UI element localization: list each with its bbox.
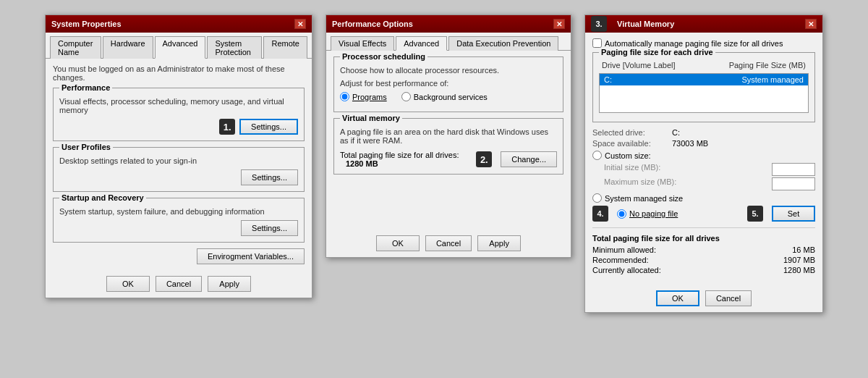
no-paging-left: 4. No paging file: [592, 206, 678, 222]
set-button-row: 5. Set: [747, 206, 815, 222]
virtual-memory-title: Virtual memory: [340, 114, 402, 122]
startup-description: System startup, system failure, and debu…: [59, 207, 298, 216]
system-managed-row: System managed size: [592, 193, 815, 203]
startup-buttons: Settings...: [59, 220, 298, 236]
window1-content: You must be logged on as an Administrato…: [46, 59, 312, 270]
close-button-2[interactable]: ✕: [553, 19, 565, 29]
badge-2: 2.: [476, 151, 492, 167]
performance-description: Visual effects, processor scheduling, me…: [59, 97, 298, 114]
win3-ok-button[interactable]: OK: [656, 290, 699, 306]
min-allowed-row: Minimum allowed: 16 MB: [592, 245, 815, 254]
drive-row-c[interactable]: C: System managed: [600, 74, 808, 85]
tab-computer-name[interactable]: Computer Name: [50, 36, 101, 59]
window1-bottom-buttons: OK Cancel Apply: [46, 270, 312, 298]
tab-advanced-perf[interactable]: Advanced: [396, 36, 447, 51]
tab-dep[interactable]: Data Execution Prevention: [448, 36, 558, 51]
admin-info-text: You must be logged on as an Administrato…: [53, 64, 305, 82]
tabs-2: Visual Effects Advanced Data Execution P…: [326, 33, 571, 51]
win3-cancel-button[interactable]: Cancel: [705, 290, 752, 306]
drive-size-c: System managed: [741, 75, 804, 84]
selected-drive-value: C:: [672, 128, 680, 137]
tab-advanced[interactable]: Advanced: [155, 36, 206, 59]
performance-settings-button[interactable]: Settings...: [239, 119, 298, 135]
max-size-label: Maximum size (MB):: [604, 177, 676, 190]
no-paging-label: No paging file: [629, 209, 678, 218]
custom-size-radio[interactable]: [592, 151, 602, 160]
initial-size-label: Initial size (MB):: [604, 163, 660, 176]
separator-1: [592, 227, 815, 228]
processor-description: Choose how to allocate processor resourc…: [340, 66, 557, 75]
tab-visual-effects[interactable]: Visual Effects: [331, 36, 394, 51]
title-bar-2: Performance Options ✕: [326, 15, 571, 33]
win1-cancel-button[interactable]: Cancel: [156, 276, 202, 292]
environment-variables-button[interactable]: Envirogment Variables...: [197, 248, 305, 264]
custom-size-label: Custom size:: [605, 151, 651, 160]
min-allowed-label: Minimum allowed:: [592, 245, 656, 254]
background-label: Background services: [414, 93, 488, 101]
total-section-title: Total paging file size for all drives: [592, 234, 815, 243]
user-profiles-section: User Profiles Desktop settings related t…: [53, 147, 305, 192]
total-paging-row: Total paging file size for all drives: 1…: [340, 151, 557, 168]
performance-options-window: Performance Options ✕ Visual Effects Adv…: [326, 14, 571, 258]
win2-cancel-button[interactable]: Cancel: [425, 235, 472, 251]
window2-content: Processor scheduling Choose how to alloc…: [326, 51, 571, 186]
drive-header-size: Paging File Size (MB): [729, 61, 806, 70]
window3-bottom-buttons: OK Cancel: [585, 285, 822, 312]
recommended-row: Recommended: 1907 MB: [592, 256, 815, 264]
max-size-input[interactable]: [772, 177, 815, 190]
set-button[interactable]: Set: [772, 206, 815, 222]
processor-title: Processor scheduling: [340, 52, 427, 61]
no-paging-option: No paging file: [617, 209, 678, 219]
total-label: Total paging file size for all drives:: [340, 151, 459, 159]
drive-list: C: System managed: [599, 73, 809, 113]
space-value: 73003 MB: [672, 139, 708, 148]
virtual-memory-window: 3. Virtual Memory ✕ Automatically manage…: [584, 14, 823, 313]
win2-ok-button[interactable]: OK: [376, 235, 420, 251]
badge-4: 4.: [592, 206, 608, 222]
tab-hardware[interactable]: Hardware: [103, 36, 153, 59]
programs-radio-input[interactable]: [340, 92, 349, 101]
win1-apply-button[interactable]: Apply: [208, 276, 251, 292]
processor-radio-group: Programs Background services: [340, 92, 557, 101]
system-properties-window: System Properties ✕ Computer Name Hardwa…: [45, 14, 312, 298]
tabs-1: Computer Name Hardware Advanced System P…: [46, 33, 312, 59]
user-profiles-settings-button[interactable]: Settings...: [241, 169, 298, 185]
win2-apply-button[interactable]: Apply: [477, 235, 521, 251]
win1-ok-button[interactable]: OK: [106, 276, 150, 292]
window2-bottom-buttons: OK Cancel Apply: [326, 230, 571, 257]
no-paging-radio[interactable]: [617, 209, 626, 219]
user-profiles-buttons: Settings...: [59, 169, 298, 185]
window3-content: Automatically manage paging file size fo…: [585, 33, 822, 285]
processor-section: Processor scheduling Choose how to alloc…: [333, 56, 563, 112]
close-button-1[interactable]: ✕: [294, 19, 306, 29]
programs-radio[interactable]: Programs: [340, 92, 387, 101]
title-bar-3: 3. Virtual Memory ✕: [585, 15, 822, 33]
recommended-value: 1907 MB: [783, 256, 815, 264]
user-profiles-description: Desktop settings related to your sign-in: [59, 156, 298, 165]
startup-section: Startup and Recovery System startup, sys…: [53, 198, 305, 243]
tab-system-protection[interactable]: System Protection: [207, 36, 262, 59]
change-button[interactable]: Change...: [501, 151, 557, 167]
adjust-label: Adjust for best performance of:: [340, 79, 557, 88]
total-value: 1280 MB: [346, 159, 378, 168]
auto-manage-checkbox[interactable]: [592, 38, 602, 48]
performance-section: Performance Visual effects, processor sc…: [53, 88, 305, 141]
system-managed-radio[interactable]: [592, 193, 602, 203]
startup-settings-button[interactable]: Settings...: [241, 220, 298, 236]
system-managed-label: System managed size: [605, 194, 683, 203]
paging-file-section: Paging file size for each drive Drive [V…: [592, 52, 815, 122]
title-1: System Properties: [51, 20, 122, 28]
badge-1: 1.: [219, 119, 235, 135]
tab-remote[interactable]: Remote: [263, 36, 307, 59]
initial-size-input[interactable]: [772, 163, 815, 176]
currently-allocated-label: Currently allocated:: [592, 266, 661, 274]
background-radio[interactable]: Background services: [401, 92, 488, 101]
drive-label-c: C:: [604, 75, 612, 84]
auto-manage-label: Automatically manage paging file size fo…: [605, 39, 783, 48]
auto-manage-row: Automatically manage paging file size fo…: [592, 38, 815, 48]
drive-header-label: Drive [Volume Label]: [602, 61, 676, 70]
title-bar-1: System Properties ✕: [46, 15, 312, 33]
close-button-3[interactable]: ✕: [805, 19, 817, 29]
background-radio-input[interactable]: [401, 92, 411, 101]
badge-5: 5.: [747, 206, 763, 222]
